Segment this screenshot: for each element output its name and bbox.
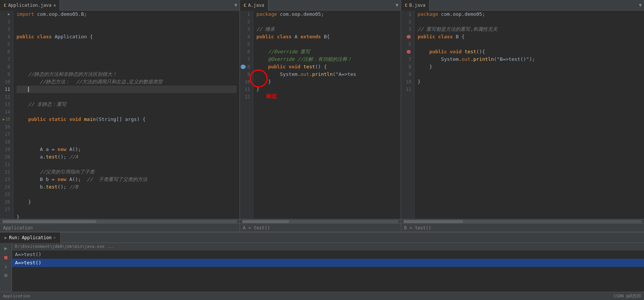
bottom-panel: ▶ Run: Application ✕ ▶ ■ ↓ ⚙ D:\Environm… — [0, 232, 644, 292]
p3-code-6: public void test(){ — [418, 48, 641, 56]
code-line-25 — [16, 191, 237, 198]
code-line-15: public static void main(String[] args) { — [16, 116, 237, 123]
ln-1: ▶ — [1, 11, 10, 18]
p3-ln-4: 4 — [403, 33, 411, 41]
pane1-code[interactable]: import com.oop.demo05.B; public class Ap… — [13, 11, 240, 219]
p2-code-2 — [256, 18, 398, 26]
code-line-27 — [16, 206, 237, 213]
pane2-code-area: 1 2 3 4 5 6 7 8 9 10 11 12 package co — [240, 11, 401, 219]
code-line-28: } — [16, 213, 237, 219]
output-text-2: A=>test() — [15, 259, 41, 267]
ln-24: 24 — [1, 183, 10, 191]
code-line-22: //父类的引用指向了子类 — [16, 168, 237, 176]
ln-23: 23 — [1, 176, 10, 183]
pane3-hscroll[interactable] — [403, 220, 642, 223]
code-line-16 — [16, 123, 237, 131]
output-line-2[interactable]: A=>test() — [12, 259, 644, 267]
ln-16: 16 — [1, 123, 10, 131]
code-line-2 — [16, 18, 237, 26]
ln-7: 7 — [1, 56, 10, 63]
code-line-10: //静态方法： //方法的调用只和左边,定义的数据类型 — [16, 78, 237, 86]
run-tab-label: Run: — [9, 235, 20, 240]
ln-4: 4 — [1, 33, 10, 41]
p2-ln-2: 2 — [241, 18, 250, 26]
p2-ln-10: 10 — [241, 78, 250, 86]
run-output: D:\Environment\jdk8\jdk\bin\java.exe ...… — [12, 243, 644, 292]
pane3-code-area: 1 2 3 4 5 6 7 8 9 10 11 package com. — [401, 11, 644, 219]
p2-ln-7: 7 — [241, 56, 250, 63]
code-line-26: } — [16, 198, 237, 206]
ln-6: 6 — [1, 48, 10, 56]
settings-button[interactable]: ⚙ — [2, 271, 10, 279]
scroll-end-button[interactable]: ↓ — [2, 262, 10, 270]
pane1-breadcrumb: Application — [0, 223, 240, 232]
p3-ln-1: 1 — [403, 11, 411, 18]
p3-ln-8: 8 — [403, 63, 411, 71]
pane1-close-btn[interactable]: ✕ — [53, 3, 56, 8]
code-line-19: A a = new A(); — [16, 146, 237, 153]
pane2-breadcrumb-text: A > test() — [243, 225, 270, 231]
ln-20: 20 — [1, 153, 10, 161]
code-line-23: B b = new A(); // 子类重写了父类的方法 — [16, 176, 237, 183]
stop-button[interactable]: ■ — [2, 253, 10, 261]
p2-ln-4: 4 — [241, 33, 250, 41]
run-tab-close[interactable]: ✕ — [54, 235, 56, 240]
run-tab[interactable]: ▶ Run: Application ✕ — [0, 232, 61, 243]
pane3-tab-b[interactable]: C B.java — [401, 0, 430, 11]
status-right: CSDN @武托邦 — [614, 293, 641, 299]
pane2-hscroll[interactable] — [242, 220, 398, 223]
output-line-1: A=>test() — [12, 250, 644, 259]
p2-code-7: @Override //注解：有功能的注释！ — [256, 56, 398, 63]
p3-code-11 — [418, 86, 641, 93]
pane1-line-numbers: ▶ 2 3 4 5 6 7 8 9 10 11 12 13 14 ▶15 16 … — [0, 11, 13, 219]
p3-ln-9: 9 — [403, 71, 411, 78]
code-line-3 — [16, 26, 237, 33]
code-line-9: //静态的方法和非静态的方法区别很大！ — [16, 71, 237, 78]
pane2-scroll-down[interactable]: ▼ — [393, 0, 401, 10]
run-tab-icon: ▶ — [4, 235, 7, 240]
pane3-hscroll-thumb — [403, 220, 463, 223]
java-file-icon-a: C — [244, 3, 246, 8]
pane3-code[interactable]: package com.oop.demo05; // 重写都是方法的重写,和属性… — [415, 11, 644, 219]
p2-code-12 — [256, 93, 398, 101]
pane1-scroll-down[interactable]: ▼ — [232, 0, 240, 10]
p2-code-1: package com.oop.demo05; — [256, 11, 398, 18]
pane1-code-area: ▶ 2 3 4 5 6 7 8 9 10 11 12 13 14 ▶15 16 … — [0, 11, 240, 219]
p3-code-7: System.out.println("B=>test()"); — [418, 56, 641, 63]
rerun-button[interactable]: ▶ — [2, 244, 10, 252]
code-line-21 — [16, 161, 237, 168]
pane1-tab-application[interactable]: C Application.java ✕ — [0, 0, 60, 11]
pane2-line-numbers: 1 2 3 4 5 6 7 8 9 10 11 12 — [240, 11, 253, 219]
pane1-hscroll-thumb — [2, 220, 96, 223]
code-line-5 — [16, 41, 237, 48]
pane3-tab-bar: C B.java ▼ — [401, 0, 644, 11]
status-csdn: CSDN @武托邦 — [614, 294, 641, 298]
pane3-breadcrumb: B > test() — [401, 223, 644, 232]
p2-code-6: //Override 重写 — [256, 48, 398, 56]
p2-code-4: public class A extends B{ — [256, 33, 398, 41]
run-header: D:\Environment\jdk8\jdk\bin\java.exe ... — [12, 243, 644, 250]
pane3-line-numbers: 1 2 3 4 5 6 7 8 9 10 11 — [401, 11, 415, 219]
ln-21: 21 — [1, 161, 10, 168]
code-line-24: b.test(); //B — [16, 183, 237, 191]
p2-code-11: } — [256, 86, 398, 93]
pane1-tab-label: Application.java — [8, 3, 52, 8]
ln-5: 5 — [1, 41, 10, 48]
bottom-tabs: ▶ Run: Application ✕ — [0, 232, 644, 243]
pane3-breadcrumb-text: B > test() — [404, 225, 431, 231]
ln-25: 25 — [1, 191, 10, 198]
pane2-code[interactable]: package com.oop.demo05; // 继承 public cla… — [253, 11, 401, 219]
p2-ln-5: 5 — [241, 41, 250, 48]
pane2-tab-a[interactable]: C A.java — [240, 0, 268, 11]
ln-15[interactable]: ▶15 — [1, 116, 10, 123]
ln-17: 17 — [1, 131, 10, 138]
p3-ln-10: 10 — [403, 78, 411, 86]
pane3-scroll-down[interactable]: ▼ — [637, 0, 644, 10]
ln-18: 18 — [1, 138, 10, 146]
run-tab-app-label: Application — [22, 235, 51, 240]
p3-code-9 — [418, 71, 641, 78]
ln-26: 26 — [1, 198, 10, 206]
ln-8: 8 — [1, 63, 10, 71]
ln-3: 3 — [1, 26, 10, 33]
pane1-hscroll[interactable] — [2, 220, 237, 223]
